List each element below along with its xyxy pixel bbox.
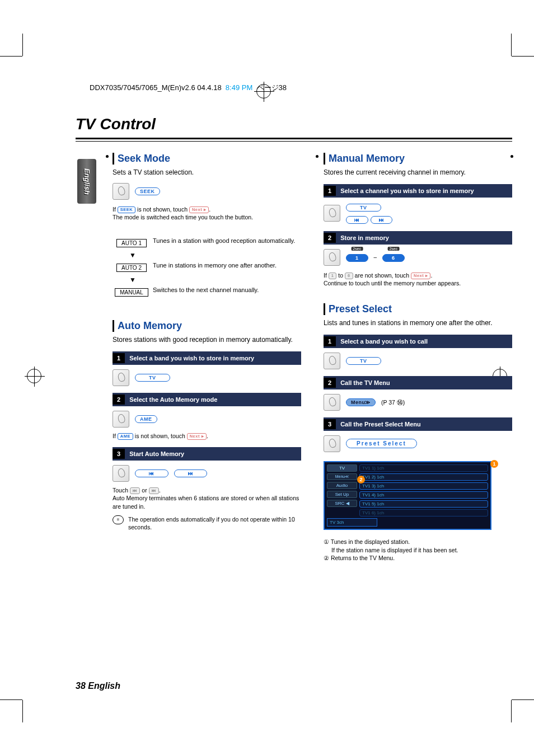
preset-list-item[interactable]: TV1 4) 1ch <box>359 491 488 499</box>
step-num: 3 <box>324 419 336 429</box>
text: If <box>113 433 118 439</box>
timeout-text: The operation ends automatically if you … <box>128 515 301 532</box>
text: or <box>140 487 148 494</box>
touch-hand-icon <box>324 249 340 266</box>
manual-desc: Switches to the next channel manually. <box>153 287 301 293</box>
crop-mark <box>22 700 23 722</box>
preset-select-button[interactable]: Preset Select <box>346 439 417 448</box>
preset-list-item[interactable]: TV1 2) 1ch <box>359 473 488 481</box>
bullet-icon <box>316 155 318 158</box>
auto2-mode: AUTO 2 <box>116 264 147 272</box>
step-num: 1 <box>324 186 336 196</box>
bullet-icon <box>106 155 109 158</box>
screen-tab-tv[interactable]: TV <box>327 464 357 472</box>
print-header: DDX7035/7045/7065_M(En)v2.6 04.4.18 8:49… <box>90 83 287 93</box>
seek-note: If SEEK is not shown, touch Next ▸. <box>113 205 301 214</box>
crop-mark <box>511 34 512 56</box>
callout-2: 2 <box>357 476 365 483</box>
step-bar: 1Select a band you wish to store in memo… <box>113 351 301 365</box>
section-manual-memory: Manual Memory <box>324 153 512 165</box>
screen-tab-src[interactable]: SRC ◀ <box>327 500 357 507</box>
step-label: Select a band you wish to store in memor… <box>129 355 254 361</box>
text: If <box>113 206 118 213</box>
step-bar: 2Select the Auto Memory mode <box>113 393 301 406</box>
tv-band-button[interactable]: TV <box>135 374 170 382</box>
crop-mark <box>0 699 22 700</box>
down-arrow-icon: ▼ <box>129 251 136 259</box>
step-bar: 1Select a channel you wish to store in m… <box>324 184 512 198</box>
step-label: Select the Auto Memory mode <box>129 396 217 403</box>
mm-note: If 1 to 6 are not shown, touch Next ▸. <box>324 271 512 280</box>
text: is not shown, touch <box>133 433 187 439</box>
seek-button[interactable]: SEEK <box>135 187 160 195</box>
screen-tab-setup[interactable]: Set Up <box>327 491 357 498</box>
text: . <box>159 487 161 494</box>
seek-desc: Sets a TV station selection. <box>113 168 301 177</box>
step-num: 1 <box>113 353 125 363</box>
step-label: Store in memory <box>340 234 389 241</box>
touch-hand-icon <box>324 353 340 369</box>
down-arrow-icon: ▼ <box>129 276 136 284</box>
seek-next-button[interactable]: ⏭ <box>174 469 208 477</box>
ame-button[interactable]: AME <box>135 415 157 423</box>
text: Touch <box>113 487 130 494</box>
touch-hand-icon <box>113 411 129 428</box>
seek-prev-button[interactable]: ⏮ <box>346 216 368 224</box>
column-left: Seek Mode Sets a TV station selection. S… <box>76 148 301 562</box>
manual-page: DDX7035/7045/7065_M(En)v2.6 04.4.18 8:49… <box>0 0 534 756</box>
step-label: Start Auto Memory <box>129 450 184 457</box>
step-num: 2 <box>324 378 336 388</box>
step-bar: 3Call the Preset Select Menu <box>324 417 512 431</box>
touch-hand-icon <box>113 369 129 386</box>
menu-button[interactable]: Menu≫ <box>346 398 376 406</box>
tv-band-button[interactable]: TV <box>346 204 381 212</box>
ame-chip-small: AME <box>118 433 133 440</box>
next-chip[interactable]: Next ▸ <box>411 273 430 280</box>
text: If <box>324 272 329 279</box>
preset-list-item[interactable]: TV1 5) 1ch <box>359 500 488 508</box>
text: to <box>336 272 345 279</box>
seek-note2: The mode is switched each time you touch… <box>113 213 301 222</box>
text: are not shown, touch <box>353 272 411 279</box>
bullet-icon <box>510 155 513 158</box>
crop-mark <box>511 700 512 722</box>
touch-hand-icon <box>113 465 129 482</box>
mm-desc: Stores the current receiving channel in … <box>324 168 512 177</box>
auto2-desc: Tune in stations in memory one after ano… <box>153 262 301 269</box>
tv-band-button[interactable]: TV <box>346 357 381 365</box>
touch-hand-icon <box>324 435 340 452</box>
ame-note: If AME is not shown, touch Next ▸. <box>113 432 301 440</box>
page-marker: ページ38 <box>257 83 287 92</box>
preset-list-item[interactable]: TV1 1) 1ch <box>359 464 488 472</box>
preset-list-item[interactable]: TV1 3) 1ch <box>359 482 488 490</box>
crop-mark <box>512 56 534 57</box>
preset-6-button[interactable]: 6 <box>382 254 405 262</box>
section-seek-mode: Seek Mode <box>113 153 301 165</box>
footnote-2: ② Returns to the TV Menu. <box>324 554 512 562</box>
preset-chip-small: 6 <box>345 273 353 280</box>
preset-chip-small: 1 <box>329 273 337 280</box>
next-chip[interactable]: Next ▸ <box>189 206 209 214</box>
preset-1-button[interactable]: 1 <box>346 254 368 262</box>
callout-1: 1 <box>490 460 498 468</box>
seek-prev-button[interactable]: ⏮ <box>135 469 168 477</box>
mm-note2: Continue to touch until the memory numbe… <box>324 279 512 288</box>
auto1-mode: AUTO 1 <box>116 239 147 247</box>
start-am-note: Touch ⏮ or ⏭. <box>113 486 301 495</box>
next-chip[interactable]: Next ▸ <box>187 433 207 440</box>
duration-badge: 2sec <box>387 247 399 251</box>
screen-tab-audio[interactable]: Audio <box>327 482 357 489</box>
section-preset-select: Preset Select <box>324 303 512 315</box>
content-area: TV Control Seek Mode Sets a TV station s… <box>76 115 512 562</box>
page-title: TV Control <box>76 115 512 133</box>
seek-next-button[interactable]: ⏭ <box>371 216 393 224</box>
screen-tab-menu[interactable]: Menu≪ <box>327 473 357 480</box>
step-num: 2 <box>324 233 336 243</box>
auto1-desc: Tunes in a station with good reception a… <box>153 237 301 244</box>
step-bar: 2Store in memory <box>324 231 512 245</box>
preset-list-item[interactable]: TV1 6) 1ch <box>359 509 488 516</box>
duration-badge: 2sec <box>351 247 363 251</box>
crop-mark <box>512 699 534 700</box>
rule <box>76 138 512 139</box>
doc-time: 8:49 PM <box>226 83 252 92</box>
